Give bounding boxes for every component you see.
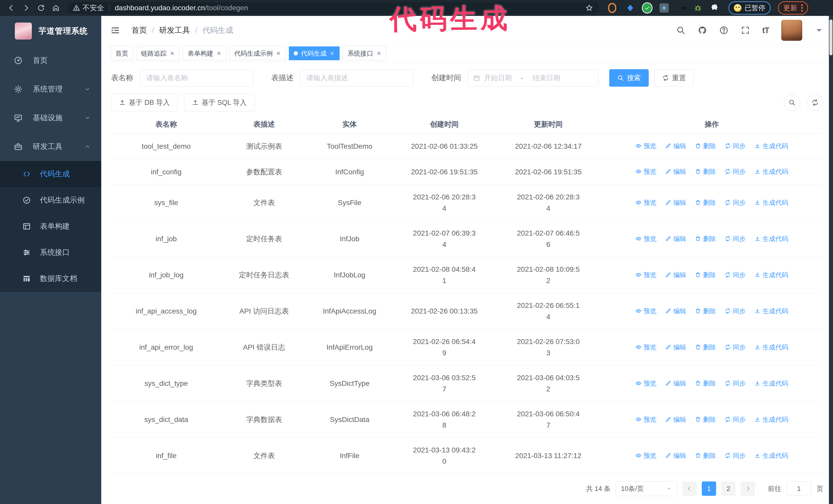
scrollbar-thumb[interactable] [829, 20, 832, 55]
preview-link[interactable]: 预览 [635, 197, 657, 208]
tab-3[interactable]: 代码生成示例 [230, 46, 286, 60]
tab-2[interactable]: 表单构建 [183, 46, 226, 60]
extension-green-check-icon[interactable] [642, 3, 652, 13]
search-icon[interactable] [676, 26, 685, 35]
edit-link[interactable]: 编辑 [665, 378, 686, 389]
edit-link[interactable]: 编辑 [665, 166, 686, 177]
edit-link[interactable]: 编辑 [665, 305, 686, 317]
edit-link[interactable]: 编辑 [665, 341, 686, 353]
preview-link[interactable]: 预览 [635, 305, 657, 317]
generate-code-link[interactable]: 生成代码 [754, 378, 788, 389]
edit-link[interactable]: 编辑 [665, 269, 686, 281]
tab-0[interactable]: 首页 [111, 46, 133, 60]
generate-code-link[interactable]: 生成代码 [754, 414, 788, 425]
generate-code-link[interactable]: 生成代码 [754, 166, 788, 177]
sync-link[interactable]: 同步 [724, 140, 745, 151]
prev-page-button[interactable] [682, 481, 697, 496]
close-icon[interactable] [330, 51, 335, 56]
app-logo[interactable]: 芋道管理系统 [0, 16, 101, 46]
close-icon[interactable] [276, 51, 281, 56]
sidebar-subitem-2[interactable]: 表单构建 [0, 213, 101, 239]
fullscreen-icon[interactable] [741, 26, 750, 35]
sync-link[interactable]: 同步 [724, 166, 745, 177]
delete-link[interactable]: 删除 [695, 197, 716, 208]
preview-link[interactable]: 预览 [635, 140, 657, 151]
delete-link[interactable]: 删除 [695, 378, 716, 389]
next-page-button[interactable] [741, 481, 755, 496]
tab-1[interactable]: 链路追踪 [136, 46, 180, 60]
toggle-search-button[interactable] [784, 94, 800, 111]
address-bar[interactable]: 不安全 dashboard.yudao.iocoder.cn /tool/cod… [67, 2, 599, 14]
preview-link[interactable]: 预览 [635, 233, 657, 244]
sync-link[interactable]: 同步 [724, 450, 745, 461]
extension-orange-icon[interactable]: 1 [608, 3, 619, 13]
extension-bug-icon[interactable] [693, 3, 703, 13]
breadcrumb-dev-tools[interactable]: 研发工具 [159, 25, 190, 35]
generate-code-link[interactable]: 生成代码 [754, 233, 788, 244]
forward-icon[interactable] [20, 2, 33, 14]
sync-link[interactable]: 同步 [724, 269, 745, 281]
generate-code-link[interactable]: 生成代码 [754, 341, 788, 353]
github-icon[interactable] [698, 26, 707, 35]
tab-4[interactable]: 代码生成 [289, 46, 340, 60]
sidebar-item-2[interactable]: 基础设施 [0, 103, 101, 132]
sync-link[interactable]: 同步 [724, 305, 745, 317]
generate-code-link[interactable]: 生成代码 [754, 269, 788, 281]
help-icon[interactable] [719, 26, 729, 35]
import-db-button[interactable]: 基于 DB 导入 [111, 94, 178, 111]
breadcrumb-home[interactable]: 首页 [132, 25, 147, 35]
browser-menu-icon[interactable] [801, 4, 803, 11]
delete-link[interactable]: 删除 [695, 269, 716, 281]
sync-link[interactable]: 同步 [724, 414, 745, 425]
sidebar-item-0[interactable]: 首页 [0, 46, 101, 75]
sidebar-subitem-1[interactable]: 代码生成示例 [0, 187, 101, 213]
sidebar-subitem-3[interactable]: 系统接口 [0, 239, 101, 266]
close-icon[interactable] [170, 51, 175, 56]
edit-link[interactable]: 编辑 [665, 450, 686, 461]
generate-code-link[interactable]: 生成代码 [754, 197, 788, 208]
preview-link[interactable]: 预览 [635, 341, 657, 353]
font-size-icon[interactable]: tT [762, 26, 769, 35]
delete-link[interactable]: 删除 [695, 140, 716, 151]
page-button-2[interactable]: 2 [721, 481, 736, 496]
page-button-1[interactable]: 1 [702, 481, 716, 496]
delete-link[interactable]: 删除 [695, 305, 716, 317]
edit-link[interactable]: 编辑 [665, 233, 686, 244]
table-desc-input[interactable] [300, 70, 413, 87]
user-avatar[interactable] [781, 20, 802, 41]
table-name-input[interactable] [140, 70, 253, 87]
date-range-picker[interactable]: 开始日期 - 结束日期 [468, 70, 598, 87]
browser-update-button[interactable]: 更新 [778, 1, 808, 15]
extension-card-icon[interactable] [659, 3, 669, 13]
reload-icon[interactable] [34, 2, 48, 14]
sync-link[interactable]: 同步 [724, 378, 745, 389]
generate-code-link[interactable]: 生成代码 [754, 450, 788, 461]
close-icon[interactable] [216, 51, 221, 56]
reset-button[interactable]: 重置 [654, 69, 694, 87]
delete-link[interactable]: 删除 [695, 233, 716, 244]
delete-link[interactable]: 删除 [695, 414, 716, 425]
edit-link[interactable]: 编辑 [665, 197, 686, 208]
home-icon[interactable] [49, 2, 63, 14]
generate-code-link[interactable]: 生成代码 [754, 140, 788, 151]
close-icon[interactable] [376, 51, 381, 56]
delete-link[interactable]: 删除 [695, 166, 716, 177]
import-sql-button[interactable]: 基于 SQL 导入 [184, 94, 255, 111]
generate-code-link[interactable]: 生成代码 [754, 305, 788, 317]
page-size-select[interactable]: 10条/页 [616, 481, 677, 496]
preview-link[interactable]: 预览 [635, 414, 657, 425]
sync-link[interactable]: 同步 [724, 233, 745, 244]
tab-5[interactable]: 系统接口 [343, 46, 386, 60]
goto-page-input[interactable] [786, 481, 811, 496]
sync-link[interactable]: 同步 [724, 197, 745, 208]
delete-link[interactable]: 删除 [695, 450, 716, 461]
edit-link[interactable]: 编辑 [665, 140, 686, 151]
bookmark-star-icon[interactable] [586, 4, 593, 12]
preview-link[interactable]: 预览 [635, 166, 657, 177]
edit-link[interactable]: 编辑 [665, 414, 686, 425]
extensions-puzzle-icon[interactable] [710, 3, 720, 13]
preview-link[interactable]: 预览 [635, 269, 657, 281]
preview-link[interactable]: 预览 [635, 378, 657, 389]
sync-link[interactable]: 同步 [724, 341, 745, 353]
extension-on-icon[interactable]: on [675, 3, 686, 13]
